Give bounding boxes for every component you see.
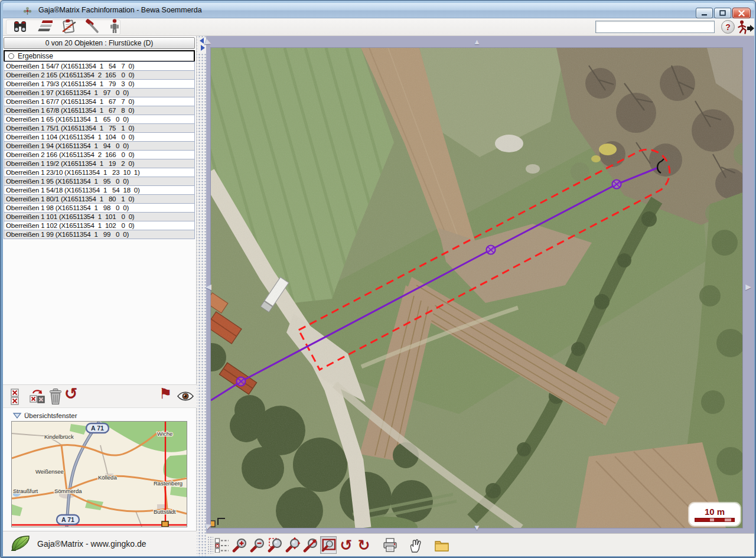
zoom-in-icon[interactable] (232, 536, 248, 554)
app-window: Gaja®Matrix Fachinformation - Bewa Soemm… (0, 0, 756, 558)
town-label: Sömmerda (54, 488, 82, 494)
person-marker-icon[interactable] (108, 18, 121, 36)
overview-position-marker[interactable] (162, 521, 168, 527)
results-list: Oberreißen 1 54/7 (X16511354 1 54 7 0) O… (4, 62, 195, 239)
a71-shield-bottom: A 71 (57, 515, 79, 524)
main-toolbar-group (6, 19, 120, 35)
result-item[interactable]: Oberreißen 1 75/1 (X16511354 1 75 1 0) (4, 123, 195, 133)
a71-shield-top: A 71 (86, 423, 109, 433)
result-item[interactable]: Oberreißen 1 67/8 (X16511354 1 67 8 0) (4, 106, 195, 115)
results-actions-bar: ↺ ⚑ (3, 384, 197, 408)
results-group-row[interactable]: Ergebnisse (4, 50, 195, 62)
collapse-left-icon[interactable] (200, 38, 204, 44)
result-item[interactable]: Oberreißen 1 54/7 (X16511354 1 54 7 0) (4, 61, 195, 71)
result-item[interactable]: Oberreißen 2 165 (X16511354 2 165 0 0) (4, 70, 195, 80)
result-item[interactable]: Oberreißen 1 23/10 (X16511354 1 23 10 1) (4, 168, 195, 177)
result-item[interactable]: Oberreißen 1 102 (X16511354 1 102 0 0) (4, 221, 195, 230)
town-label: Rastenberg (154, 480, 183, 487)
svg-text:A 71: A 71 (91, 425, 104, 432)
result-item[interactable]: Oberreißen 1 99 (X16511354 1 99 0 0) (4, 230, 195, 239)
close-button[interactable] (732, 8, 751, 18)
pan-up-arrow[interactable]: ▲ (473, 38, 481, 45)
overview-map[interactable]: A 71 A 71 Kindelbrück Wiche Weißensee Kö… (11, 421, 187, 527)
search-input[interactable] (595, 21, 715, 33)
scale-widget: 10 m (689, 503, 740, 526)
zoom-window-icon[interactable] (267, 536, 284, 554)
result-item[interactable]: Oberreißen 1 98 (X16511354 1 98 0 0) (4, 203, 195, 213)
minimize-button[interactable] (696, 8, 713, 18)
eye-icon[interactable] (177, 388, 194, 407)
town-label: Kindelbrück (44, 433, 74, 440)
zoom-out-icon[interactable] (249, 536, 266, 554)
zoom-dynamic-icon[interactable] (285, 536, 301, 554)
aerial-map[interactable] (211, 48, 742, 528)
search-binoculars-icon[interactable] (12, 19, 28, 35)
overview-title: Übersichtsfenster (24, 412, 77, 419)
statusbar-text: Gaja®Matrix - www.gingko.de (37, 539, 146, 549)
result-item[interactable]: Oberreißen 1 97 (X16511354 1 97 0 0) (4, 88, 195, 97)
tools-hammer-icon[interactable] (84, 18, 100, 36)
town-label: Weißensee (35, 468, 64, 475)
exit-runner-icon[interactable] (737, 19, 754, 35)
result-item[interactable]: Oberreißen 2 166 (X16511354 2 166 0 0) (4, 150, 195, 159)
legend-icon[interactable] (214, 536, 230, 554)
pan-hand-icon[interactable] (408, 536, 424, 554)
result-item[interactable]: Oberreißen 1 67/7 (X16511354 1 67 7 0) (4, 97, 195, 106)
result-item[interactable]: Oberreißen 1 95 (X16511354 1 95 0 0) (4, 177, 195, 186)
report-clipboard-icon[interactable] (61, 18, 76, 36)
reload-icon[interactable]: ↺ (64, 386, 78, 402)
titlebar[interactable]: Gaja®Matrix Fachinformation - Bewa Soemm… (3, 3, 754, 18)
result-item[interactable]: Oberreißen 1 65 (X16511354 1 65 0 0) (4, 115, 195, 124)
app-icon (23, 6, 32, 18)
flag-icon[interactable]: ⚑ (159, 386, 172, 401)
result-item[interactable]: Oberreißen 1 101 (X16511354 1 101 0 0) (4, 212, 195, 221)
map-toolbar: ↺ ↻ (206, 533, 754, 556)
town-label: Wiche (157, 430, 172, 437)
window-title: Gaja®Matrix Fachinformation - Bewa Soemm… (38, 6, 202, 14)
map-frame: ▲ ▼ ◀ ▶ ▶ ▶ 10 m (206, 36, 754, 533)
pan-down-arrow[interactable]: ▼ (473, 524, 481, 531)
map-layers-icon[interactable] (36, 19, 53, 35)
collapse-triangle-icon (12, 412, 22, 419)
print-icon[interactable] (382, 536, 398, 554)
overview-section-header[interactable]: Übersichtsfenster (3, 410, 197, 421)
invert-selection-icon[interactable] (28, 388, 47, 408)
radio-circle-icon (8, 53, 14, 59)
town-label: Kölleda (98, 474, 117, 481)
help-button[interactable]: ? (721, 20, 735, 34)
open-folder-icon[interactable] (434, 536, 450, 554)
undo-view-icon[interactable]: ↺ (338, 536, 354, 554)
result-item[interactable]: Oberreißen 1 94 (X16511354 1 94 0 0) (4, 141, 195, 151)
collapse-right-icon[interactable] (201, 45, 205, 51)
content-area: 0 von 20 Objekten : Flurstücke (D) Ergeb… (3, 36, 754, 556)
gingko-leaf-logo (10, 534, 31, 554)
statusbar: Gaja®Matrix - www.gingko.de (3, 531, 197, 556)
scale-label: 10 m (705, 507, 725, 517)
scale-bar (695, 518, 735, 522)
result-item[interactable]: Oberreißen 1 80/1 (X16511354 1 80 1 0) (4, 194, 195, 204)
zoom-selected-icon[interactable] (302, 536, 319, 554)
deselect-all-icon[interactable] (9, 388, 25, 408)
town-label: Straußfurt (13, 488, 38, 494)
town-label: Buttstädt (154, 508, 176, 515)
pan-corner-arrow-top[interactable]: ▶ (204, 38, 213, 47)
toolbar-gripper[interactable] (207, 536, 213, 554)
maximize-button[interactable] (714, 8, 731, 18)
redo-view-icon[interactable]: ↻ (356, 536, 372, 554)
zoom-full-extent-icon[interactable] (320, 536, 337, 554)
results-group-label: Ergebnisse (18, 52, 53, 60)
pan-left-arrow[interactable]: ◀ (206, 283, 211, 291)
result-item[interactable]: Oberreißen 1 104 (X16511354 1 104 0 0) (4, 132, 195, 142)
pan-right-arrow[interactable]: ▶ (745, 283, 751, 291)
results-count-header[interactable]: 0 von 20 Objekten : Flurstücke (D) (4, 37, 195, 49)
main-toolbar: ? (3, 18, 754, 36)
result-item[interactable]: Oberreißen 1 54/18 (X16511354 1 54 18 0) (4, 185, 195, 195)
delete-trash-icon[interactable] (48, 388, 63, 408)
svg-text:A 71: A 71 (61, 516, 74, 523)
result-item[interactable]: Oberreißen 1 79/3 (X16511354 1 79 3 0) (4, 79, 195, 89)
results-panel: 0 von 20 Objekten : Flurstücke (D) Ergeb… (3, 36, 197, 556)
result-item[interactable]: Oberreißen 1 19/2 (X16511354 1 19 2 0) (4, 159, 195, 168)
